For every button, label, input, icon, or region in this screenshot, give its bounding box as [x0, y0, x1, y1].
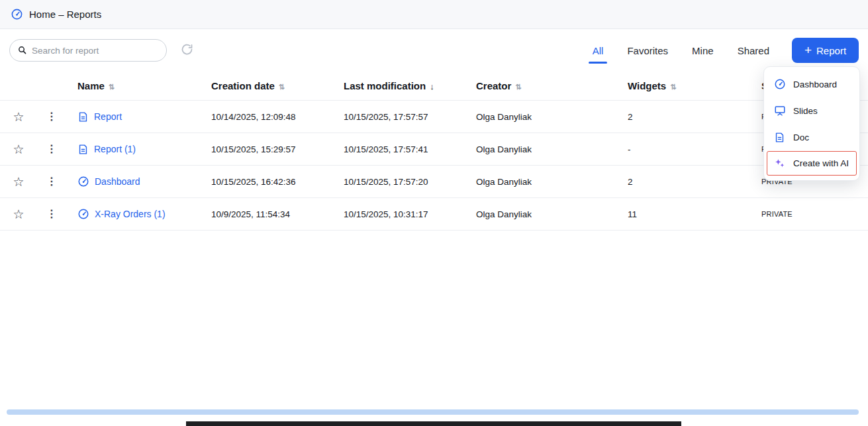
refresh-icon	[180, 42, 194, 56]
dashboard-icon	[773, 78, 786, 90]
tab-label: Shared	[738, 45, 769, 56]
plus-icon: +	[804, 44, 812, 56]
row-menu-kebab-icon[interactable]: ⋮	[46, 144, 57, 154]
sort-icon[interactable]: ↓	[430, 81, 434, 91]
creator-cell: Olga Danyliak	[465, 209, 616, 219]
tab-label: Favorites	[627, 45, 668, 56]
create-report-button[interactable]: + Report	[792, 38, 859, 63]
last-modification-cell: 10/15/2025, 10:31:17	[332, 209, 465, 219]
table-row: ☆ ⋮ Dashboard 10/15/2025, 16:42:36 10/15…	[0, 166, 868, 198]
column-header-creation-date[interactable]: Creation date⇅	[200, 80, 332, 91]
table-row: ☆ ⋮ X-Ray Orders (1) 10/9/2025, 11:54:34…	[0, 198, 868, 231]
filter-tabs: All Favorites Mine Shared	[581, 37, 781, 64]
tab-favorites[interactable]: Favorites	[615, 37, 680, 64]
table-row: ☆ ⋮ Report (1) 10/15/2025, 15:29:57 10/1…	[0, 133, 868, 166]
last-modification-cell: 10/15/2025, 17:57:41	[332, 144, 465, 154]
column-header-widgets[interactable]: Widgets⇅	[616, 80, 750, 91]
tab-mine[interactable]: Mine	[680, 37, 726, 64]
menu-item-label: Dashboard	[793, 80, 837, 89]
name-cell: X-Ray Orders (1)	[66, 208, 200, 220]
creation-date-cell: 10/15/2025, 16:42:36	[200, 177, 332, 187]
name-cell: Report	[66, 111, 200, 123]
column-label: Name	[77, 80, 105, 91]
sort-icon[interactable]: ⇅	[670, 83, 676, 91]
menu-item-label: Doc	[793, 133, 809, 142]
slides-icon	[773, 105, 786, 117]
creator-cell: Olga Danyliak	[465, 177, 616, 187]
column-label: Last modification	[344, 80, 426, 91]
row-menu-kebab-icon[interactable]: ⋮	[46, 209, 57, 219]
toolbar: All Favorites Mine Shared + Report	[0, 37, 868, 64]
search-icon	[17, 45, 27, 55]
favorite-star-icon[interactable]: ☆	[13, 208, 24, 221]
report-name-link[interactable]: X-Ray Orders (1)	[95, 209, 166, 219]
doc-icon	[77, 111, 89, 123]
report-name-link[interactable]: Report	[94, 111, 122, 122]
table-body: ☆ ⋮ Report 10/14/2025, 12:09:48 10/15/20…	[0, 101, 868, 231]
tab-shared[interactable]: Shared	[726, 37, 781, 64]
creation-date-cell: 10/14/2025, 12:09:48	[200, 112, 332, 122]
last-modification-cell: 10/15/2025, 17:57:20	[332, 177, 465, 187]
column-label: Creation date	[211, 80, 275, 91]
horizontal-scrollbar[interactable]	[7, 409, 859, 415]
favorite-star-icon[interactable]: ☆	[13, 176, 24, 188]
menu-item-create-with-ai[interactable]: Create with AI	[767, 151, 857, 176]
creation-date-cell: 10/15/2025, 15:29:57	[200, 144, 332, 154]
sort-icon[interactable]: ⇅	[515, 83, 521, 91]
creator-cell: Olga Danyliak	[465, 144, 616, 154]
column-header-creator[interactable]: Creator⇅	[465, 80, 616, 91]
row-menu-kebab-icon[interactable]: ⋮	[46, 176, 57, 187]
report-name-link[interactable]: Dashboard	[95, 176, 140, 187]
app-gauge-logo-icon	[11, 8, 23, 21]
menu-item-dashboard[interactable]: Dashboard	[764, 71, 859, 97]
widgets-cell: 2	[616, 112, 750, 122]
widgets-cell: 2	[616, 177, 750, 187]
creator-cell: Olga Danyliak	[465, 112, 616, 122]
last-modification-cell: 10/15/2025, 17:57:57	[332, 112, 465, 122]
menu-item-label: Create with AI	[793, 158, 849, 168]
create-report-menu: Dashboard Slides Doc	[763, 66, 860, 181]
column-label: Creator	[476, 80, 511, 91]
table-row: ☆ ⋮ Report 10/14/2025, 12:09:48 10/15/20…	[0, 101, 868, 133]
dashboard-icon	[77, 176, 89, 187]
refresh-button[interactable]	[180, 42, 194, 58]
menu-item-slides[interactable]: Slides	[764, 97, 859, 124]
tab-all[interactable]: All	[581, 37, 616, 64]
search-input[interactable]	[9, 39, 167, 62]
creation-date-cell: 10/9/2025, 11:54:34	[200, 209, 332, 219]
tab-label: Mine	[692, 45, 714, 56]
ai-sparkle-icon	[773, 158, 786, 169]
widgets-cell: -	[616, 144, 750, 154]
sort-icon[interactable]: ⇅	[109, 83, 115, 91]
menu-item-label: Slides	[793, 106, 818, 116]
reports-table: Name⇅ Creation date⇅ Last modification↓ …	[0, 72, 868, 231]
report-name-link[interactable]: Report (1)	[94, 144, 136, 154]
sort-icon[interactable]: ⇅	[279, 83, 285, 91]
create-report-label: Report	[816, 45, 846, 56]
column-label: Widgets	[628, 80, 666, 91]
column-header-name[interactable]: Name⇅	[66, 80, 200, 91]
name-cell: Report (1)	[66, 144, 200, 155]
doc-icon	[773, 132, 786, 143]
widgets-cell: 11	[616, 209, 750, 219]
doc-icon	[77, 144, 89, 155]
tab-label: All	[593, 45, 604, 56]
dashboard-icon	[77, 208, 89, 220]
table-header-row: Name⇅ Creation date⇅ Last modification↓ …	[0, 72, 868, 101]
topbar: Home – Reports	[0, 0, 868, 29]
favorite-star-icon[interactable]: ☆	[13, 143, 24, 156]
name-cell: Dashboard	[66, 176, 200, 187]
sharing-status-cell: PRIVATE	[750, 210, 868, 218]
favorite-star-icon[interactable]: ☆	[13, 111, 24, 123]
row-menu-kebab-icon[interactable]: ⋮	[46, 111, 57, 122]
taskbar-sliver	[186, 421, 681, 426]
menu-item-doc[interactable]: Doc	[764, 124, 859, 150]
column-header-last-modification[interactable]: Last modification↓	[332, 80, 465, 91]
page-title: Home – Reports	[29, 9, 101, 20]
search-box	[9, 39, 167, 62]
